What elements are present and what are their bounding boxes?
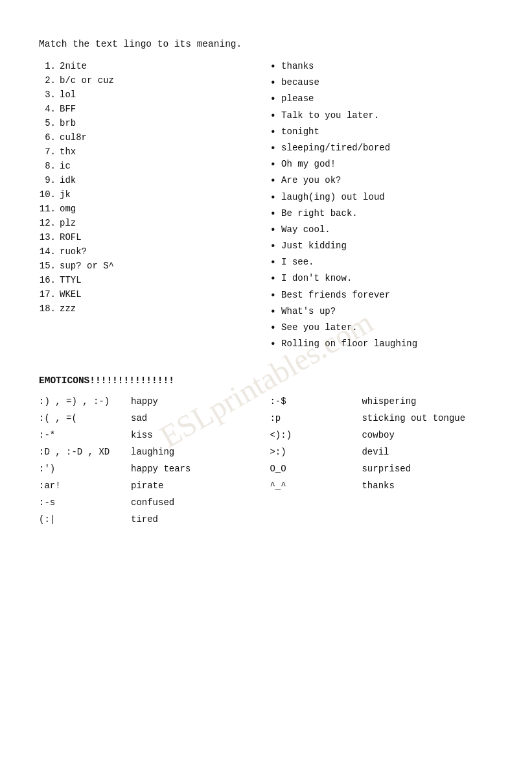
lingo-item: 4.BFF xyxy=(39,104,257,114)
lingo-term: brb xyxy=(60,118,76,128)
lingo-column: 1.2nite2.b/c or cuz3.lol4.BFF5.brb6.cul8… xyxy=(39,61,257,355)
meanings-column: thanksbecausepleaseTalk to you later.ton… xyxy=(257,61,493,355)
emoticon-row: :-*kiss xyxy=(39,430,257,440)
emoticon-meaning: happy tears xyxy=(131,464,191,474)
emoticon-row: :')happy tears xyxy=(39,464,257,474)
emoticon-row: :) , =) , :-)happy xyxy=(39,396,257,407)
lingo-number: 8. xyxy=(39,161,56,171)
lingo-number: 11. xyxy=(39,204,56,214)
emoticons-left-col: :) , =) , :-)happy:( , =(sad:-*kiss:D , … xyxy=(39,396,257,531)
emoticon-row: <):)cowboy xyxy=(270,430,493,440)
lingo-term: jk xyxy=(60,189,71,200)
meaning-item: tonight xyxy=(270,126,493,139)
emoticon-symbol: :) , =) , :-) xyxy=(39,396,123,407)
lingo-list: 1.2nite2.b/c or cuz3.lol4.BFF5.brb6.cul8… xyxy=(39,61,257,314)
lingo-number: 12. xyxy=(39,218,56,228)
lingo-item: 17.WKEL xyxy=(39,289,257,300)
lingo-term: sup? or S^ xyxy=(60,261,114,271)
lingo-number: 6. xyxy=(39,132,56,143)
emoticon-symbol: :D , :-D , XD xyxy=(39,447,123,457)
lingo-term: idk xyxy=(60,175,76,185)
emoticon-row: ^_^thanks xyxy=(270,480,493,491)
emoticon-meaning: confused xyxy=(131,497,174,508)
emoticon-symbol: :-$ xyxy=(270,396,354,407)
emoticon-symbol: :p xyxy=(270,413,354,423)
emoticon-row: :ar!pirate xyxy=(39,480,257,491)
lingo-item: 14.ruok? xyxy=(39,246,257,257)
meanings-list: thanksbecausepleaseTalk to you later.ton… xyxy=(270,61,493,351)
emoticon-symbol: :') xyxy=(39,464,123,474)
instruction: Match the text lingo to its meaning. xyxy=(39,39,493,49)
lingo-term: WKEL xyxy=(60,289,82,300)
emoticon-symbol: (:| xyxy=(39,514,123,525)
meaning-item: because xyxy=(270,77,493,89)
emoticon-meaning: cowboy xyxy=(362,430,394,440)
lingo-item: 6.cul8r xyxy=(39,132,257,143)
lingo-item: 9.idk xyxy=(39,175,257,185)
meaning-item: laugh(ing) out loud xyxy=(270,192,493,204)
lingo-term: omg xyxy=(60,204,76,214)
emoticon-symbol: :( , =( xyxy=(39,413,123,423)
emoticon-row: :psticking out tongue xyxy=(270,413,493,423)
lingo-term: cul8r xyxy=(60,132,87,143)
lingo-item: 12.plz xyxy=(39,218,257,228)
meaning-item: Talk to you later. xyxy=(270,110,493,123)
lingo-term: plz xyxy=(60,218,76,228)
lingo-number: 2. xyxy=(39,75,56,86)
meaning-item: Just kidding xyxy=(270,241,493,253)
lingo-item: 15.sup? or S^ xyxy=(39,261,257,271)
emoticon-meaning: happy xyxy=(131,396,158,407)
meaning-item: Be right back. xyxy=(270,208,493,220)
emoticon-meaning: thanks xyxy=(362,480,394,491)
lingo-term: zzz xyxy=(60,303,76,314)
meaning-item: please xyxy=(270,93,493,106)
lingo-item: 11.omg xyxy=(39,204,257,214)
lingo-term: ROFL xyxy=(60,232,82,243)
emoticons-grid: :) , =) , :-)happy:( , =(sad:-*kiss:D , … xyxy=(39,396,493,531)
lingo-item: 8.ic xyxy=(39,161,257,171)
emoticon-meaning: devil xyxy=(362,447,389,457)
emoticon-row: O_Osurprised xyxy=(270,464,493,474)
lingo-item: 10.jk xyxy=(39,189,257,200)
lingo-item: 5.brb xyxy=(39,118,257,128)
main-section: 1.2nite2.b/c or cuz3.lol4.BFF5.brb6.cul8… xyxy=(39,61,493,355)
meaning-item: thanks xyxy=(270,61,493,73)
lingo-term: BFF xyxy=(60,104,76,114)
lingo-term: b/c or cuz xyxy=(60,75,114,86)
lingo-number: 1. xyxy=(39,61,56,71)
emoticon-symbol: :-* xyxy=(39,430,123,440)
lingo-item: 3.lol xyxy=(39,89,257,100)
lingo-number: 13. xyxy=(39,232,56,243)
lingo-item: 1.2nite xyxy=(39,61,257,71)
emoticon-row: :D , :-D , XDlaughing xyxy=(39,447,257,457)
meaning-item: I see. xyxy=(270,257,493,269)
lingo-term: ruok? xyxy=(60,246,87,257)
emoticon-meaning: whispering xyxy=(362,396,416,407)
emoticon-row: :-$whispering xyxy=(270,396,493,407)
meaning-item: Best friends forever xyxy=(270,290,493,302)
lingo-number: 14. xyxy=(39,246,56,257)
emoticon-row: (:|tired xyxy=(39,514,257,525)
lingo-item: 13.ROFL xyxy=(39,232,257,243)
emoticon-meaning: pirate xyxy=(131,480,163,491)
meaning-item: Rolling on floor laughing xyxy=(270,338,493,351)
lingo-number: 3. xyxy=(39,89,56,100)
meaning-item: What's up? xyxy=(270,306,493,318)
emoticon-symbol: O_O xyxy=(270,464,354,474)
emoticon-meaning: laughing xyxy=(131,447,174,457)
lingo-item: 16.TTYL xyxy=(39,275,257,285)
emoticons-title: EMOTICONS!!!!!!!!!!!!!!! xyxy=(39,375,493,386)
emoticon-symbol: <):) xyxy=(270,430,354,440)
lingo-item: 7.thx xyxy=(39,147,257,157)
meaning-item: Oh my god! xyxy=(270,159,493,171)
lingo-number: 10. xyxy=(39,189,56,200)
emoticon-row: :-sconfused xyxy=(39,497,257,508)
emoticon-symbol: :-s xyxy=(39,497,123,508)
lingo-number: 7. xyxy=(39,147,56,157)
emoticon-meaning: surprised xyxy=(362,464,411,474)
lingo-number: 17. xyxy=(39,289,56,300)
emoticon-meaning: kiss xyxy=(131,430,153,440)
lingo-number: 9. xyxy=(39,175,56,185)
lingo-term: lol xyxy=(60,89,76,100)
meaning-item: Way cool. xyxy=(270,224,493,237)
